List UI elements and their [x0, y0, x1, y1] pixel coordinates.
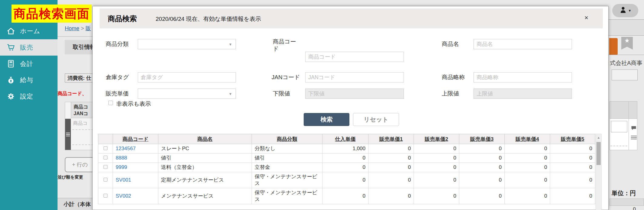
- close-icon[interactable]: ×: [584, 15, 588, 21]
- row-checkbox[interactable]: [104, 156, 107, 160]
- short-name-input[interactable]: [474, 72, 572, 82]
- unit-label: 単位：円: [612, 189, 636, 197]
- row-checkbox-cell: [98, 163, 113, 172]
- price-cell: 0: [505, 144, 550, 153]
- lower-limit-input[interactable]: [305, 89, 404, 99]
- warehouse-tag-input[interactable]: [138, 72, 236, 82]
- show-hidden-checkbox[interactable]: [108, 101, 113, 105]
- product-code-link[interactable]: SV002: [116, 193, 131, 199]
- table-row: 8888値引値引000000: [98, 153, 595, 163]
- search-button[interactable]: 検索: [304, 113, 349, 126]
- price-cell: 0: [322, 172, 368, 188]
- row-checkbox[interactable]: [104, 165, 107, 169]
- document-field-partial[interactable]: [612, 69, 638, 80]
- price-cell: 0: [368, 153, 414, 163]
- sidebar-item-home[interactable]: ホーム: [0, 23, 58, 39]
- column-header[interactable]: 商品コード: [113, 134, 158, 144]
- name-input[interactable]: [474, 39, 572, 49]
- save-button-partial[interactable]: [609, 38, 618, 55]
- column-header[interactable]: 商品分類: [252, 134, 322, 144]
- row-checkbox[interactable]: [104, 194, 107, 198]
- totals-band: [609, 199, 644, 206]
- sidebar-item-settings[interactable]: 設定: [0, 88, 58, 105]
- sidebar-item-label: 設定: [20, 92, 33, 101]
- column-header[interactable]: 販売単価2: [414, 134, 459, 144]
- sidebar-item-label: 給与: [20, 76, 33, 84]
- price-cell: 0: [459, 172, 505, 188]
- divider: [609, 55, 644, 55]
- product-name-cell: メンテナンスサービス: [158, 188, 252, 204]
- sidebar-item-payroll[interactable]: 給与: [0, 72, 58, 88]
- sales-price-select[interactable]: ▼: [138, 89, 236, 99]
- bookmark-icon[interactable]: ★: [621, 37, 633, 50]
- modal-header: 商品検索 2020/06/24 現在、有効な単価情報を表示 ×: [100, 8, 603, 28]
- sidebar-item-sales[interactable]: 販売: [0, 39, 58, 56]
- breadcrumb-divider: [58, 36, 96, 37]
- table-row: 1234567スレートPC分類なし1,00000000: [98, 144, 595, 153]
- home-icon: [7, 27, 15, 35]
- breadcrumb-home-link[interactable]: Home: [65, 25, 79, 31]
- price-cell: 0: [550, 144, 595, 153]
- product-code-cell: SV002: [113, 188, 158, 204]
- category-select[interactable]: ▼: [138, 39, 236, 49]
- product-code-link[interactable]: 9999: [116, 164, 127, 170]
- reset-button[interactable]: リセット: [353, 113, 399, 126]
- price-cell: 0: [459, 163, 505, 172]
- drag-handle-icon: [66, 133, 70, 137]
- product-code-link[interactable]: 8888: [116, 155, 127, 161]
- sidebar-item-label: ホーム: [20, 27, 40, 35]
- subtotal-label: 小計（本体: [64, 201, 91, 208]
- row-drag-handle[interactable]: [65, 119, 71, 150]
- jan-code-input[interactable]: [305, 72, 404, 82]
- warehouse-tag-label: 倉庫タグ: [106, 74, 129, 81]
- list-icon[interactable]: [631, 136, 637, 140]
- price-cell: 0: [550, 172, 595, 188]
- add-row-button-label: + 行の: [72, 161, 88, 168]
- table-scrollbar[interactable]: ▲: [596, 134, 602, 210]
- row-checkbox[interactable]: [104, 146, 107, 150]
- star-icon: ★: [624, 37, 630, 44]
- user-menu[interactable]: ▼: [612, 4, 638, 17]
- column-header[interactable]: 販売単価4: [505, 134, 550, 144]
- price-cell: 0: [550, 163, 595, 172]
- chevron-down-icon: ▼: [229, 92, 232, 96]
- price-cell: 0: [322, 153, 368, 163]
- column-header[interactable]: 商品名: [158, 134, 252, 144]
- column-header[interactable]: 販売単価5: [550, 134, 595, 144]
- product-code-link[interactable]: SV001: [116, 177, 131, 183]
- annotation-label: 商品検索画面: [12, 5, 92, 23]
- chevron-down-icon: ▼: [229, 42, 232, 47]
- price-cell: 0: [368, 188, 414, 204]
- calculator-icon: [7, 60, 15, 68]
- price-cell: 0: [414, 188, 459, 204]
- sidebar: ホーム販売会計給与設定: [0, 0, 58, 210]
- table-row: SV001定期メンテナンスサービス保守・メンテナンスサービス000000: [98, 172, 595, 188]
- row-checkbox[interactable]: [104, 178, 107, 182]
- price-cell: 0: [505, 163, 550, 172]
- results-body: 1234567スレートPC分類なし1,000000008888値引値引00000…: [98, 144, 595, 204]
- price-cell: 0: [414, 153, 459, 163]
- gear-icon: [7, 92, 15, 101]
- jan-code-label: JANコード: [272, 74, 300, 81]
- product-category-cell: 保守・メンテナンスサービス: [252, 172, 322, 188]
- column-header[interactable]: 販売単価3: [459, 134, 505, 144]
- product-code-cell: 8888: [113, 153, 158, 163]
- total-value-partial: 0: [624, 206, 636, 210]
- column-header[interactable]: 仕入単価: [322, 134, 368, 144]
- scrollbar-thumb[interactable]: [596, 142, 601, 165]
- product-code-link[interactable]: 1234567: [116, 146, 136, 151]
- required-note: 商品コード、: [58, 91, 87, 97]
- product-code-cell: 9999: [113, 163, 158, 172]
- sidebar-item-accounting[interactable]: 会計: [0, 56, 58, 72]
- product-name-cell: スレートPC: [158, 144, 252, 153]
- breadcrumb-current-link[interactable]: 販: [86, 25, 91, 31]
- code-input[interactable]: [305, 52, 404, 62]
- upper-limit-label: 上限値: [442, 90, 459, 97]
- breadcrumb-separator: >: [81, 25, 84, 31]
- scroll-up-icon[interactable]: ▲: [596, 136, 601, 139]
- sidebar-item-label: 会計: [20, 60, 33, 68]
- upper-limit-input[interactable]: [474, 89, 572, 99]
- column-header[interactable]: 販売単価1: [368, 134, 414, 144]
- divider: [609, 19, 644, 20]
- comment-icon[interactable]: [631, 126, 636, 130]
